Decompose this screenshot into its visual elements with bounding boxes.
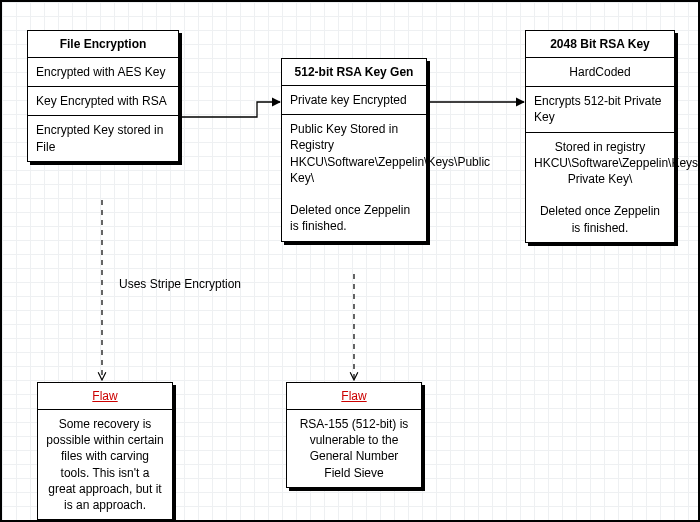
node-cell: Some recovery is possible within certain… <box>38 410 172 519</box>
node-title: 2048 Bit RSA Key <box>526 31 674 58</box>
node-cell: Key Encrypted with RSA <box>28 87 178 116</box>
node-title: 512-bit RSA Key Gen <box>282 59 426 86</box>
node-flaw-left[interactable]: Flaw Some recovery is possible within ce… <box>37 382 173 520</box>
diagram-canvas: File Encryption Encrypted with AES Key K… <box>0 0 700 522</box>
node-title: Flaw <box>38 383 172 410</box>
node-cell: Encrypts 512-bit Private Key <box>526 87 674 132</box>
node-rsa-2048[interactable]: 2048 Bit RSA Key HardCoded Encrypts 512-… <box>525 30 675 243</box>
node-file-encryption[interactable]: File Encryption Encrypted with AES Key K… <box>27 30 179 162</box>
node-cell: Public Key Stored in Registry HKCU\Softw… <box>282 115 426 240</box>
node-cell: Encrypted with AES Key <box>28 58 178 87</box>
node-title: File Encryption <box>28 31 178 58</box>
node-cell: Private key Encrypted <box>282 86 426 115</box>
node-title: Flaw <box>287 383 421 410</box>
node-flaw-right[interactable]: Flaw RSA-155 (512-bit) is vulnerable to … <box>286 382 422 488</box>
node-cell: Encrypted Key stored in File <box>28 116 178 160</box>
node-cell: RSA-155 (512-bit) is vulnerable to the G… <box>287 410 421 487</box>
node-cell: Stored in registry HKCU\Software\Zeppeli… <box>526 133 674 242</box>
edge-label-stripe: Uses Stripe Encryption <box>110 277 250 291</box>
node-rsa-512[interactable]: 512-bit RSA Key Gen Private key Encrypte… <box>281 58 427 242</box>
node-cell: HardCoded <box>526 58 674 87</box>
